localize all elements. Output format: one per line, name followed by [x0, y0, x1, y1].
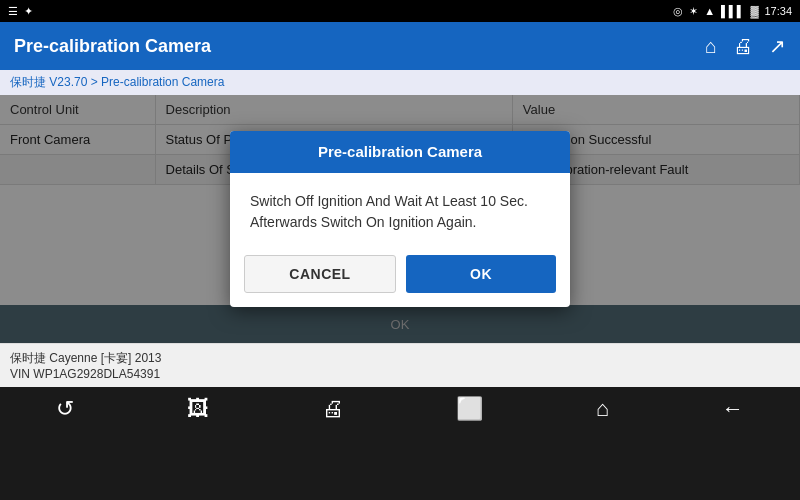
- export-icon[interactable]: ↗: [769, 34, 786, 58]
- app-header-title: Pre-calibration Camera: [14, 36, 211, 57]
- print-icon[interactable]: 🖨: [733, 35, 753, 58]
- dialog-message: Switch Off Ignition And Wait At Least 10…: [250, 193, 528, 230]
- dialog: Pre-calibration Camera Switch Off Igniti…: [230, 131, 570, 307]
- ok-button[interactable]: OK: [406, 255, 556, 293]
- battery-icon: ▓: [750, 5, 758, 17]
- content-wrapper: Control Unit Description Value Front Cam…: [0, 95, 800, 343]
- dialog-body: Switch Off Ignition And Wait At Least 10…: [230, 173, 570, 247]
- breadcrumb-text: 保时捷 V23.70 > Pre-calibration Camera: [10, 75, 224, 89]
- breadcrumb: 保时捷 V23.70 > Pre-calibration Camera: [0, 70, 800, 95]
- cancel-button[interactable]: CANCEL: [244, 255, 396, 293]
- dialog-buttons: CANCEL OK: [230, 247, 570, 307]
- bottom-nav: ↺ 🖼 🖨 ⬜ ⌂ ←: [0, 387, 800, 431]
- nav-square-icon[interactable]: ⬜: [456, 396, 483, 422]
- wifi-icon: ▲: [704, 5, 715, 17]
- header-icons: ⌂ 🖨 ↗: [705, 34, 786, 58]
- menu-icon: ☰: [8, 5, 18, 18]
- nav-refresh-icon[interactable]: ↺: [56, 396, 74, 422]
- status-bar-right: ◎ ✶ ▲ ▌▌▌ ▓ 17:34: [673, 5, 792, 18]
- nav-home-icon[interactable]: ⌂: [596, 396, 609, 422]
- nav-gallery-icon[interactable]: 🖼: [187, 396, 209, 422]
- home-icon[interactable]: ⌂: [705, 35, 717, 58]
- status-bar: ☰ ✦ ◎ ✶ ▲ ▌▌▌ ▓ 17:34: [0, 0, 800, 22]
- dialog-title: Pre-calibration Camera: [318, 143, 482, 160]
- status-bar-left: ☰ ✦: [8, 5, 33, 18]
- notification-icon: ✦: [24, 5, 33, 18]
- location-icon: ◎: [673, 5, 683, 18]
- vehicle-info-bar: 保时捷 Cayenne [卡宴] 2013 VIN WP1AG2928DLA54…: [0, 343, 800, 387]
- dialog-header: Pre-calibration Camera: [230, 131, 570, 173]
- time-display: 17:34: [764, 5, 792, 17]
- nav-print-icon[interactable]: 🖨: [322, 396, 344, 422]
- vehicle-vin: VIN WP1AG2928DLA54391: [10, 367, 790, 381]
- signal-icon: ▌▌▌: [721, 5, 744, 17]
- vehicle-name: 保时捷 Cayenne [卡宴] 2013: [10, 350, 790, 367]
- nav-back-icon[interactable]: ←: [722, 396, 744, 422]
- bluetooth-icon: ✶: [689, 5, 698, 18]
- app-header: Pre-calibration Camera ⌂ 🖨 ↗: [0, 22, 800, 70]
